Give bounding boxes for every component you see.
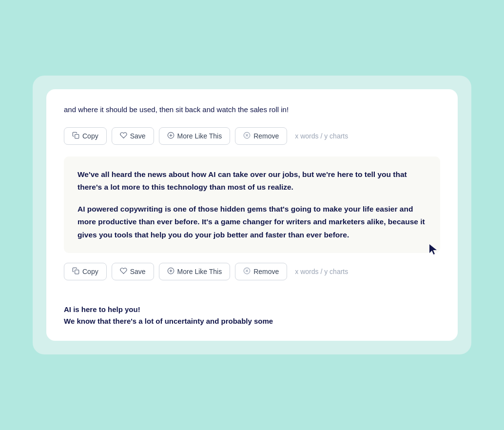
more-like-this-button-2[interactable]: More Like This — [159, 263, 231, 280]
divider-space — [46, 253, 458, 263]
copy-icon-2 — [72, 267, 79, 276]
heart-icon-2 — [120, 267, 127, 276]
remove-button-1[interactable]: Remove — [235, 127, 287, 145]
top-content-area: and where it should be used, then sit ba… — [46, 89, 458, 127]
x-circle-icon-1 — [243, 132, 251, 140]
action-bar-1: Copy Save More Like Th — [46, 127, 458, 156]
inner-container: and where it should be used, then sit ba… — [46, 89, 458, 341]
highlighted-paragraph-2: AI powered copywriting is one of those h… — [78, 203, 426, 241]
plus-circle-icon-1 — [167, 132, 174, 140]
x-circle-icon-2 — [243, 267, 251, 276]
save-button-1[interactable]: Save — [112, 127, 154, 145]
copy-icon-1 — [72, 132, 79, 140]
action-bar-2: Copy Save More Like Th — [46, 263, 458, 292]
more-like-this-button-1[interactable]: More Like This — [159, 127, 231, 145]
save-button-2[interactable]: Save — [112, 263, 154, 280]
bottom-text-line2: We know that there's a lot of uncertaint… — [64, 315, 440, 327]
save-label-1: Save — [130, 132, 146, 140]
highlighted-block: We've all heard the news about how AI ca… — [64, 156, 440, 253]
bottom-text-block: AI is here to help you! We know that the… — [64, 304, 440, 341]
bottom-text-line1: AI is here to help you! — [64, 304, 440, 315]
bottom-section: AI is here to help you! We know that the… — [46, 292, 458, 341]
copy-button-1[interactable]: Copy — [64, 127, 107, 145]
svg-rect-0 — [75, 135, 79, 138]
remove-button-2[interactable]: Remove — [235, 263, 287, 280]
words-charts-1: x words / y charts — [295, 132, 348, 140]
more-like-this-label-2: More Like This — [177, 268, 222, 275]
remove-label-1: Remove — [253, 132, 279, 140]
highlighted-text: We've all heard the news about how AI ca… — [78, 168, 426, 241]
remove-label-2: Remove — [253, 268, 279, 275]
plus-circle-icon-2 — [167, 267, 174, 276]
top-text-block: and where it should be used, then sit ba… — [64, 104, 440, 127]
copy-label-1: Copy — [82, 132, 98, 140]
words-charts-2: x words / y charts — [295, 268, 348, 275]
svg-rect-7 — [75, 270, 79, 274]
copy-label-2: Copy — [82, 268, 98, 275]
highlighted-paragraph-1: We've all heard the news about how AI ca… — [78, 168, 426, 194]
copy-button-2[interactable]: Copy — [64, 263, 107, 280]
more-like-this-label-1: More Like This — [177, 132, 222, 140]
heart-icon-1 — [120, 132, 127, 140]
save-label-2: Save — [130, 268, 146, 275]
outer-container: and where it should be used, then sit ba… — [33, 76, 471, 354]
